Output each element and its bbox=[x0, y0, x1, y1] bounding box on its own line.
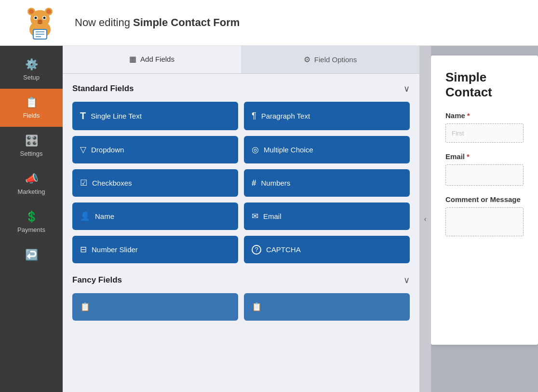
captcha-button[interactable]: ? CAPTCHA bbox=[244, 236, 410, 263]
fancy-field-2-button[interactable]: 📋 bbox=[244, 293, 410, 321]
captcha-icon: ? bbox=[252, 245, 261, 255]
form-name-input[interactable]: First bbox=[445, 123, 524, 143]
multiple-choice-button[interactable]: ◎ Multiple Choice bbox=[244, 136, 410, 163]
numbers-button[interactable]: # Numbers bbox=[244, 169, 410, 197]
megaphone-icon: 📣 bbox=[25, 173, 38, 185]
form-name-group: Name * First bbox=[445, 111, 524, 143]
sidebar: ⚙️ Setup 📋 Fields 🎛️ Settings 📣 Marketin… bbox=[0, 46, 63, 392]
numbers-icon: # bbox=[252, 178, 256, 188]
email-icon: ✉ bbox=[252, 211, 258, 221]
tab-add-fields[interactable]: ▦ Add Fields bbox=[63, 46, 241, 73]
tabs-bar: ▦ Add Fields ⚙ Field Options bbox=[63, 46, 419, 74]
standard-fields-chevron-icon[interactable]: ∨ bbox=[404, 83, 410, 94]
svg-point-9 bbox=[43, 17, 45, 19]
sidebar-item-fields[interactable]: 📋 Fields bbox=[0, 89, 63, 127]
logo-bear-icon bbox=[23, 5, 57, 40]
sidebar-item-history[interactable]: ↩️ bbox=[0, 241, 63, 269]
number-slider-icon: ⊟ bbox=[80, 244, 87, 255]
preview-panel: Simple Contact Name * First Email * bbox=[431, 46, 538, 392]
email-button[interactable]: ✉ Email bbox=[244, 203, 410, 230]
form-comment-group: Comment or Message bbox=[445, 195, 524, 236]
checkboxes-button[interactable]: ☑ Checkboxes bbox=[72, 169, 238, 197]
svg-point-8 bbox=[34, 17, 37, 19]
form-name-label: Name * bbox=[445, 111, 524, 120]
sidebar-item-marketing[interactable]: 📣 Marketing bbox=[0, 165, 63, 203]
collapse-chevron-icon: ‹ bbox=[424, 215, 427, 223]
fancy-field-1-icon: 📋 bbox=[80, 302, 90, 312]
name-icon: 👤 bbox=[80, 211, 90, 221]
single-line-text-icon: T bbox=[80, 110, 86, 122]
panel-collapse-tab[interactable]: ‹ bbox=[419, 46, 431, 392]
logo-area bbox=[14, 5, 65, 40]
tab-field-options[interactable]: ⚙ Field Options bbox=[241, 46, 419, 73]
svg-point-3 bbox=[29, 9, 34, 14]
sidebar-item-settings[interactable]: 🎛️ Settings bbox=[0, 127, 63, 165]
form-email-label: Email * bbox=[445, 152, 524, 161]
panel-content: Standard Fields ∨ T Single Line Text ¶ P… bbox=[63, 74, 419, 392]
sidebar-item-setup[interactable]: ⚙️ Setup bbox=[0, 51, 63, 89]
sliders-icon: 🎛️ bbox=[25, 135, 38, 147]
fancy-fields-grid: 📋 📋 bbox=[72, 293, 410, 321]
field-options-tab-icon: ⚙ bbox=[304, 55, 310, 64]
dollar-icon: 💲 bbox=[25, 211, 38, 223]
paragraph-text-icon: ¶ bbox=[252, 111, 256, 121]
history-icon: ↩️ bbox=[25, 249, 38, 261]
email-required-star: * bbox=[467, 152, 470, 161]
standard-fields-title: Standard Fields bbox=[72, 84, 134, 94]
single-line-text-button[interactable]: T Single Line Text bbox=[72, 102, 238, 130]
gear-icon: ⚙️ bbox=[25, 58, 38, 71]
number-slider-button[interactable]: ⊟ Number Slider bbox=[72, 236, 238, 263]
name-button[interactable]: 👤 Name bbox=[72, 203, 238, 230]
dropdown-button[interactable]: ▽ Dropdown bbox=[72, 136, 238, 163]
paragraph-text-button[interactable]: ¶ Paragraph Text bbox=[244, 102, 410, 130]
center-panel: ▦ Add Fields ⚙ Field Options Standard Fi… bbox=[63, 46, 419, 392]
dropdown-icon: ▽ bbox=[80, 145, 86, 155]
form-comment-textarea[interactable] bbox=[445, 207, 524, 236]
fields-icon: 📋 bbox=[25, 96, 38, 109]
multiple-choice-icon: ◎ bbox=[252, 145, 259, 155]
svg-point-10 bbox=[38, 20, 42, 23]
form-preview: Simple Contact Name * First Email * bbox=[431, 55, 538, 345]
top-header: Now editing Simple Contact Form bbox=[0, 0, 538, 46]
checkboxes-icon: ☑ bbox=[80, 178, 87, 188]
fancy-field-1-button[interactable]: 📋 bbox=[72, 293, 238, 321]
standard-fields-grid: T Single Line Text ¶ Paragraph Text ▽ Dr… bbox=[72, 102, 410, 263]
header-title: Now editing Simple Contact Form bbox=[75, 16, 240, 29]
fancy-field-2-icon: 📋 bbox=[252, 302, 262, 312]
main-layout: ⚙️ Setup 📋 Fields 🎛️ Settings 📣 Marketin… bbox=[0, 46, 538, 392]
form-email-input[interactable] bbox=[445, 164, 524, 186]
form-preview-title: Simple Contact bbox=[445, 70, 524, 100]
fancy-fields-chevron-icon[interactable]: ∨ bbox=[404, 275, 410, 285]
form-email-group: Email * bbox=[445, 152, 524, 186]
svg-point-5 bbox=[46, 9, 51, 14]
standard-fields-section-header: Standard Fields ∨ bbox=[72, 83, 410, 94]
form-comment-label: Comment or Message bbox=[445, 195, 524, 203]
name-required-star: * bbox=[467, 111, 470, 120]
sidebar-item-payments[interactable]: 💲 Payments bbox=[0, 203, 63, 241]
fancy-fields-section-header: Fancy Fields ∨ bbox=[72, 275, 410, 285]
add-fields-tab-icon: ▦ bbox=[129, 54, 136, 64]
fancy-fields-title: Fancy Fields bbox=[72, 275, 122, 285]
